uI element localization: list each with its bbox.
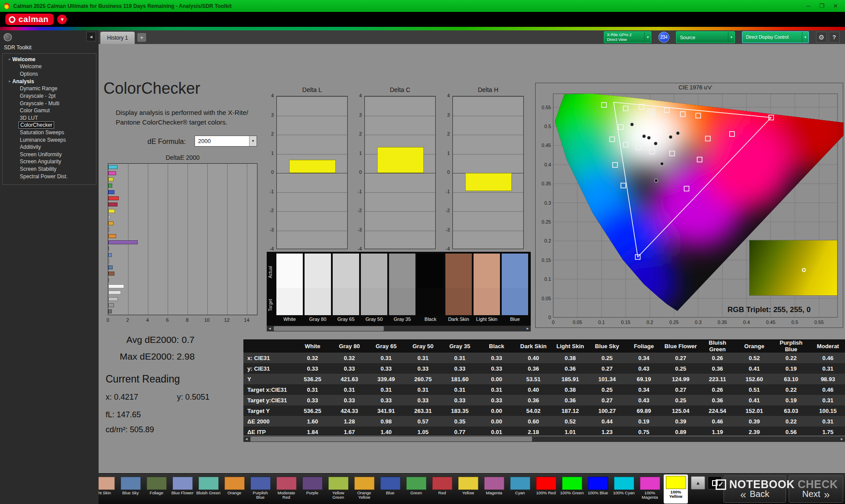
patch-strip-scrollbar[interactable]: ◄ ► <box>267 326 531 331</box>
patch-cell-100-red[interactable]: 100% Red <box>534 475 558 503</box>
next-button[interactable]: Next » <box>789 475 843 503</box>
minimize-icon[interactable]: ─ <box>806 0 810 12</box>
tree-item-welcome[interactable]: Welcome <box>3 63 96 70</box>
patch-column-gray-50[interactable]: Gray 50 <box>361 254 387 322</box>
svg-text:0.2: 0.2 <box>647 320 653 325</box>
help-icon[interactable]: ? <box>829 32 840 43</box>
patch-column-black[interactable]: Black <box>417 254 444 322</box>
strip-up-button[interactable]: ▲ <box>691 476 705 489</box>
tab-history-1[interactable]: History 1 <box>100 32 135 44</box>
patch-column-white[interactable]: White <box>276 254 303 322</box>
patch-cell-foliage[interactable]: Foliage <box>144 475 169 503</box>
maximize-icon[interactable]: ❐ <box>819 0 824 12</box>
row-label: x: CIE31 <box>243 353 294 363</box>
table-cell: 536.25 <box>294 374 331 384</box>
patch-column-gray-65[interactable]: Gray 65 <box>333 254 359 322</box>
patch-cell-magenta[interactable]: Magenta <box>482 475 506 503</box>
deltae-x-axis: 02468101214 <box>108 317 257 324</box>
gridline <box>227 164 228 315</box>
tree-section-analysis[interactable]: ▸Analysis <box>3 77 96 85</box>
patch-cell-100-yellow[interactable]: 100% Yellow <box>664 475 688 504</box>
source-dropdown[interactable]: Source ▼ <box>676 31 735 43</box>
tree-item-color-gamut[interactable]: Color Gamut <box>3 107 96 114</box>
patch-cell-100-cyan[interactable]: 100% Cyan <box>612 475 636 503</box>
patch-cell-green[interactable]: Green <box>404 475 428 503</box>
scroll-right-icon[interactable]: ► <box>525 327 531 331</box>
patch-cell-yellow[interactable]: Yellow <box>456 475 480 503</box>
back-button[interactable]: « Back <box>724 475 786 503</box>
patch-cell-100-blue[interactable]: 100% Blue <box>586 475 610 503</box>
tree-item-screen-angularity[interactable]: Screen Angularity <box>3 158 96 166</box>
patch-cell-purplish-blue[interactable]: Purplish Blue <box>248 475 272 503</box>
patch-swatch <box>406 477 426 490</box>
patch-cell-blue-sky[interactable]: Blue Sky <box>118 475 143 503</box>
tick-label: -1 <box>266 189 274 194</box>
patch-cell-100-magenta[interactable]: 100% Magenta <box>638 475 662 503</box>
scrollbar-track[interactable] <box>273 326 525 331</box>
patch-cell-moderate-red[interactable]: Moderate Red <box>274 475 298 503</box>
collapse-sidebar-button[interactable]: ◄ <box>86 32 96 41</box>
patch-cell-orange[interactable]: Orange <box>222 475 246 503</box>
back-chevron-icon: « <box>740 490 746 499</box>
patch-column-blue[interactable]: Blue <box>502 254 528 322</box>
target-swatch <box>417 288 444 315</box>
tree-item-screen-stability[interactable]: Screen Stability <box>3 166 96 173</box>
scroll-right-icon[interactable]: ► <box>839 437 845 441</box>
tick-label: 6 <box>162 317 173 323</box>
tree-item-grayscale-multi[interactable]: Grayscale - Multi <box>3 99 96 107</box>
delta-c-chart <box>364 96 436 249</box>
tree-item-saturation-sweeps[interactable]: Saturation Sweeps <box>3 129 96 136</box>
patch-cell-ht-skin[interactable]: ht Skin <box>99 475 117 503</box>
patch-label: 100% Cyan <box>612 491 636 495</box>
tree-item-spectral-power-dist[interactable]: Spectral Power Dist. <box>3 173 96 180</box>
table-cell: 0.33 <box>478 353 515 363</box>
patch-column-dark-skin[interactable]: Dark Skin <box>445 254 472 322</box>
tree-item-colorchecker[interactable]: ColorChecker <box>3 121 96 129</box>
patch-cell-bluish-green[interactable]: Bluish Green <box>196 475 220 503</box>
display-control-dropdown[interactable]: Direct Display Control ▼ <box>742 31 809 43</box>
patch-cell-purple[interactable]: Purple <box>300 475 324 503</box>
close-icon[interactable]: ✕ <box>833 0 838 12</box>
gear-icon[interactable]: ⚙ <box>816 32 827 43</box>
patch-column-light-skin[interactable]: Light Skin <box>474 254 500 322</box>
table-scrollbar[interactable]: ◄ ► <box>243 436 845 442</box>
tree-expand-icon[interactable]: ▸ <box>9 79 11 83</box>
scrollbar-track[interactable] <box>250 436 839 442</box>
patch-cell-cyan[interactable]: Cyan <box>508 475 532 503</box>
meter-dropdown[interactable]: X-Rite i1Pro 2 Direct View ▼ <box>604 31 651 43</box>
tree-item-additivity[interactable]: Additivity <box>3 143 96 151</box>
tree-item-grayscale-2pt[interactable]: Grayscale - 2pt <box>3 92 96 100</box>
display-window-button[interactable] <box>708 476 722 489</box>
calman-logo[interactable]: calman <box>5 14 54 25</box>
table-cell: 0.38 <box>552 353 589 363</box>
patch-cell-100-green[interactable]: 100% Green <box>560 475 584 503</box>
tree-item-options[interactable]: Options <box>3 70 96 78</box>
scroll-left-icon[interactable]: ◄ <box>243 437 250 441</box>
scroll-left-icon[interactable]: ◄ <box>267 327 273 331</box>
table-cell: 0.39 <box>736 416 773 427</box>
patch-cell-red[interactable]: Red <box>430 475 454 503</box>
table-cell: 0.31 <box>478 384 515 395</box>
table-cell: 0.22 <box>773 353 810 363</box>
session-icon[interactable] <box>4 33 12 41</box>
patch-cell-blue-flower[interactable]: Blue Flower <box>170 475 195 503</box>
tree-item-screen-uniformity[interactable]: Screen Uniformity <box>3 151 96 158</box>
logo-menu-button[interactable]: ▼ <box>57 15 67 24</box>
tree-item-3d-lut[interactable]: 3D LUT <box>3 114 96 122</box>
patch-column-gray-80[interactable]: Gray 80 <box>305 254 331 322</box>
tree-item-luminance-sweeps[interactable]: Luminance Sweeps <box>3 136 96 143</box>
tree-item-dynamic-range[interactable]: Dynamic Range <box>3 85 96 92</box>
patch-column-gray-35[interactable]: Gray 35 <box>389 254 415 322</box>
tree-section-welcome[interactable]: ▸Welcome <box>3 55 96 63</box>
reference-dot <box>630 123 634 126</box>
scrollbar-thumb[interactable] <box>250 437 532 441</box>
add-tab-button[interactable]: + <box>137 33 146 42</box>
patch-cell-yellow-green[interactable]: Yellow Green <box>326 475 350 503</box>
table-cell: 1.01 <box>552 427 589 436</box>
patch-cell-blue[interactable]: Blue <box>378 475 402 503</box>
deltae-bar <box>108 253 112 257</box>
tree-expand-icon[interactable]: ▸ <box>9 57 11 61</box>
scrollbar-thumb[interactable] <box>274 326 384 331</box>
de-formula-dropdown[interactable]: 2000 ▼ <box>195 136 257 147</box>
patch-cell-orange-yellow[interactable]: Orange Yellow <box>352 475 376 503</box>
